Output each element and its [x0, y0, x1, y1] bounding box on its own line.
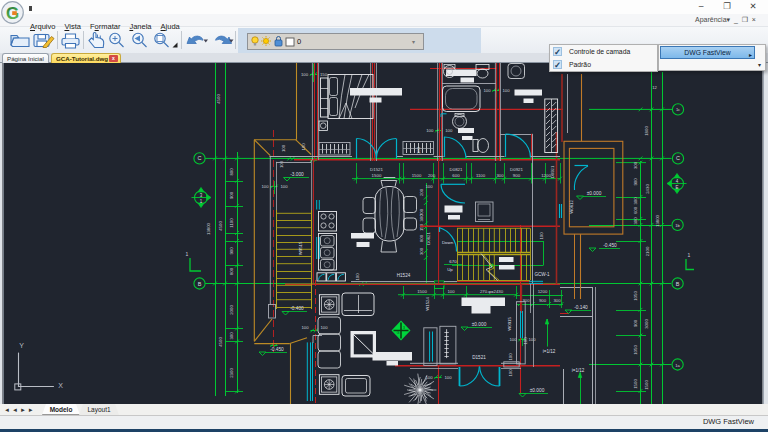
svg-text:100: 100 — [508, 369, 513, 377]
svg-text:Down: Down — [442, 240, 454, 245]
svg-text:300: 300 — [633, 217, 638, 225]
svg-text:600: 600 — [452, 173, 460, 178]
svg-text:1500: 1500 — [412, 173, 422, 178]
svg-text:100: 100 — [483, 88, 491, 93]
svg-text:G: G — [397, 331, 400, 335]
svg-text:3000: 3000 — [644, 319, 649, 329]
svg-text:D1521: D1521 — [370, 167, 383, 172]
svg-text:W1524: W1524 — [425, 297, 430, 311]
svg-text:300: 300 — [229, 332, 234, 340]
svg-text:2100: 2100 — [645, 246, 650, 256]
svg-text:100: 100 — [444, 375, 452, 380]
svg-text:900: 900 — [539, 298, 547, 303]
svg-text:D0921: D0921 — [550, 165, 555, 178]
svg-text:1b: 1b — [675, 223, 680, 228]
svg-text:670: 670 — [449, 259, 457, 264]
svg-text:100: 100 — [301, 143, 306, 151]
svg-text:900: 900 — [633, 178, 638, 186]
svg-text:C: C — [198, 155, 202, 161]
svg-text:i=1/12: i=1/12 — [572, 368, 585, 373]
svg-text:900: 900 — [229, 191, 234, 199]
svg-text:-0.140: -0.140 — [574, 305, 588, 310]
svg-text:600: 600 — [633, 206, 638, 214]
svg-text:B: B — [198, 281, 202, 287]
svg-text:2000: 2000 — [229, 305, 234, 315]
svg-text:2300: 2300 — [229, 368, 234, 378]
svg-text:D1521: D1521 — [472, 355, 486, 360]
svg-text:300: 300 — [419, 247, 424, 255]
svg-text:1: 1 — [688, 252, 691, 258]
svg-text:100: 100 — [528, 337, 536, 342]
svg-text:W9515: W9515 — [298, 241, 303, 255]
svg-text:E: E — [675, 185, 678, 190]
svg-text:±0.000: ±0.000 — [587, 191, 602, 196]
svg-text:i=1/12: i=1/12 — [543, 349, 556, 354]
svg-text:100: 100 — [523, 337, 528, 345]
svg-text:C: C — [676, 155, 680, 161]
svg-text:1500: 1500 — [372, 173, 382, 178]
svg-text:100: 100 — [279, 160, 284, 168]
svg-text:100: 100 — [301, 72, 309, 77]
svg-text:D0821: D0821 — [426, 232, 431, 245]
svg-text:300: 300 — [633, 161, 638, 169]
svg-text:900: 900 — [229, 247, 234, 255]
svg-text:100: 100 — [447, 289, 455, 294]
svg-text:4500: 4500 — [216, 94, 221, 104]
svg-text:100: 100 — [261, 184, 269, 189]
svg-text:100: 100 — [281, 144, 286, 152]
svg-text:12: 12 — [652, 85, 657, 90]
svg-text:W0812: W0812 — [569, 200, 574, 214]
svg-text:-0.450: -0.450 — [270, 347, 284, 352]
svg-text:±0.000: ±0.000 — [530, 388, 545, 393]
svg-text:±0.000: ±0.000 — [472, 322, 487, 327]
svg-text:1050: 1050 — [633, 345, 638, 355]
svg-text:100: 100 — [320, 325, 328, 330]
svg-text:Y: Y — [19, 342, 24, 349]
svg-text:2430: 2430 — [645, 184, 650, 194]
svg-text:200: 200 — [428, 173, 436, 178]
svg-text:1200: 1200 — [538, 289, 548, 294]
svg-text:300: 300 — [522, 298, 530, 303]
svg-text:100: 100 — [426, 128, 434, 133]
svg-text:1a: 1a — [675, 363, 680, 368]
svg-text:800: 800 — [229, 168, 234, 176]
svg-text:1500: 1500 — [644, 380, 649, 390]
svg-text:-0.400: -0.400 — [290, 306, 304, 311]
svg-text:4500: 4500 — [218, 221, 223, 231]
svg-text:13800: 13800 — [655, 214, 660, 227]
svg-text:B: B — [676, 281, 680, 287]
svg-text:800: 800 — [229, 267, 234, 275]
svg-text:-0.450: -0.450 — [603, 243, 617, 248]
svg-text:200: 200 — [419, 188, 424, 196]
svg-text:W0915: W0915 — [507, 317, 512, 331]
svg-text:300: 300 — [633, 197, 638, 205]
svg-text:100: 100 — [508, 353, 513, 361]
svg-text:1100: 1100 — [476, 173, 486, 178]
svg-text:900: 900 — [633, 319, 638, 327]
svg-text:300: 300 — [496, 173, 504, 178]
svg-text:GCW-1: GCW-1 — [534, 272, 550, 277]
svg-text:D0821: D0821 — [450, 167, 463, 172]
svg-text:300: 300 — [553, 298, 561, 303]
svg-text:100: 100 — [445, 128, 453, 133]
svg-text:3: 3 — [403, 326, 405, 330]
svg-text:1050: 1050 — [633, 291, 638, 301]
svg-text:1100: 1100 — [229, 218, 234, 228]
svg-text:1500: 1500 — [633, 379, 638, 389]
svg-text:100: 100 — [502, 88, 510, 93]
svg-text:100: 100 — [509, 337, 517, 342]
svg-text:1: 1 — [186, 251, 189, 257]
svg-text:900: 900 — [513, 173, 521, 178]
svg-text:1800: 1800 — [644, 126, 649, 136]
svg-text:100: 100 — [301, 325, 309, 330]
svg-text:Up: Up — [447, 267, 453, 272]
svg-text:800: 800 — [419, 234, 424, 242]
svg-text:D0921: D0921 — [510, 167, 523, 172]
svg-text:-3.000: -3.000 — [290, 172, 304, 177]
svg-text:100: 100 — [355, 273, 360, 281]
svg-text:4500: 4500 — [218, 337, 223, 347]
svg-text:150: 150 — [320, 72, 328, 77]
svg-text:270.φ=2430: 270.φ=2430 — [480, 289, 504, 294]
svg-text:100: 100 — [425, 184, 433, 189]
svg-text:100: 100 — [539, 232, 544, 240]
